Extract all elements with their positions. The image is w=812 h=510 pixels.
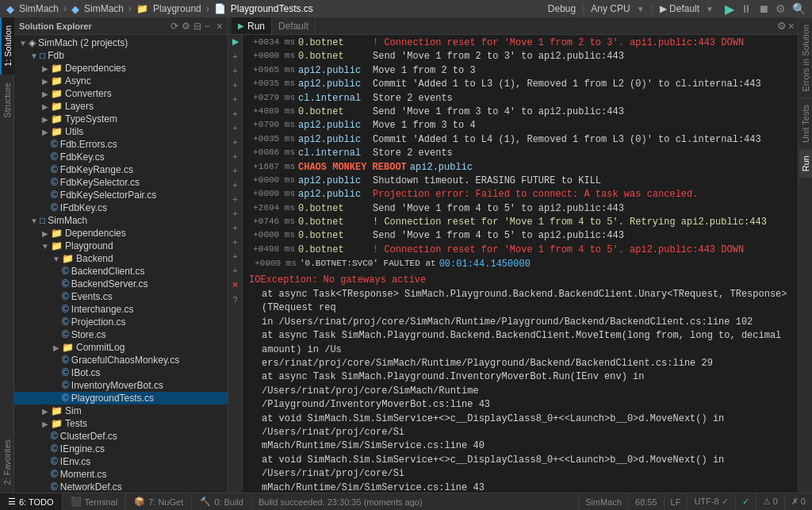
favorites-tab[interactable]: 2: Favorites — [1, 431, 13, 493]
tree-arrow-playground[interactable]: ▼ — [40, 242, 51, 251]
tree-item-fdbkeyselectorpair[interactable]: © FdbKeySelectorPair.cs — [14, 189, 228, 201]
solution-tab[interactable]: 1: Solution — [0, 17, 14, 75]
tree-arrow-deps1[interactable]: ▶ — [40, 64, 51, 73]
line-msg-15: Send 'Move 1 from 4 to 5' to api2.public… — [373, 229, 793, 243]
tree-arrow-backend[interactable]: ▼ — [51, 255, 62, 263]
bottom-tab-terminal[interactable]: ⬛ Terminal — [63, 493, 127, 510]
tree-arrow-simmach[interactable]: ▼ — [29, 217, 40, 225]
bottom-tab-build[interactable]: 🔨 0: Build — [192, 493, 252, 510]
project-label: SimMach — [578, 493, 628, 511]
tree-item-playground[interactable]: ▼ 📁 Playground — [14, 240, 228, 252]
tree-item-inventorymover[interactable]: © InventoryMoverBot.cs — [14, 379, 228, 392]
run-tab-run[interactable]: ▶ Run — [232, 17, 272, 34]
tree-item-gracefulchaos[interactable]: © GracefulChaosMonkey.cs — [14, 354, 228, 366]
panel-close-icon[interactable]: × — [216, 20, 223, 33]
bottom-tab-nuget[interactable]: 📦 7: NuGet — [126, 493, 192, 510]
tree-item-ienv[interactable]: © IEnv.cs — [14, 455, 228, 468]
tree-item-networkdef[interactable]: © NetworkDef.cs — [14, 481, 228, 493]
tree-item-backend[interactable]: ▼ 📁 Backend — [14, 252, 228, 265]
tree-item-playgroundtests[interactable]: © PlaygroundTests.cs — [14, 392, 228, 405]
tree-item-simmach[interactable]: ▼ □ SimMach — [14, 214, 228, 227]
tree-label-events: Events.cs — [71, 291, 113, 302]
stop-button[interactable]: ⏹ — [758, 2, 769, 15]
run-tabs: ▶ Run Default ⚙ × — [228, 17, 798, 35]
sync-icon[interactable]: ⟳ — [170, 21, 178, 32]
stack-trace-5: at async Task SimMach.Playground.Invento… — [246, 370, 795, 398]
collapse-icon[interactable]: − — [205, 21, 210, 32]
run-output[interactable]: +0034 ms 0.botnet ! Connection reset for… — [243, 35, 798, 493]
tree-label-simmach: SimMach — [48, 215, 87, 226]
search-icon[interactable]: 🔍 — [792, 2, 806, 15]
tree-item-moment[interactable]: © Moment.cs — [14, 468, 228, 481]
tree-item-backendserver[interactable]: © BackendServer.cs — [14, 278, 228, 290]
run-tab-default[interactable]: Default — [272, 17, 316, 34]
structure-tab[interactable]: Structure — [1, 75, 13, 126]
tree-item-tests[interactable]: ▶ 📁 Tests — [14, 417, 228, 430]
pause-button[interactable]: ⏸ — [741, 2, 752, 15]
filter-icon[interactable]: ⊟ — [193, 21, 201, 32]
tree-item-iengine[interactable]: © IEngine.cs — [14, 443, 228, 455]
tree-arrow-layers[interactable]: ▶ — [40, 102, 51, 111]
tree-arrow-utils[interactable]: ▶ — [40, 128, 51, 136]
line-msg-10: api2.public — [410, 161, 793, 174]
more-icon[interactable]: ⚙ — [776, 2, 786, 15]
gutter-plus-12: + — [232, 209, 237, 218]
stack-trace-6: /Playground/InventoryMoverBot.cs:line 43 — [246, 398, 795, 412]
tree-label-sim: Sim — [65, 405, 82, 416]
tree-item-solution[interactable]: ▼ ◈ SimMach (2 projects) — [14, 36, 228, 49]
tree-item-projection[interactable]: © Projection.cs — [14, 316, 228, 328]
tree-item-sim[interactable]: ▶ 📁 Sim — [14, 405, 228, 417]
tree-item-fdb-errors[interactable]: © Fdb.Errors.cs — [14, 138, 228, 151]
tree-arrow-typesystem[interactable]: ▶ — [40, 115, 51, 124]
errors-in-solution-tab[interactable]: Errors in Solution — [799, 17, 812, 98]
run-button[interactable]: ▶ — [725, 2, 734, 17]
backendserver-icon: © — [62, 278, 69, 290]
gracefulchaos-icon: © — [62, 355, 69, 366]
gutter-plus-13: + — [232, 223, 237, 232]
run-panel-close-icon[interactable]: × — [788, 20, 795, 33]
tree-label-solution: SimMach (2 projects) — [38, 37, 128, 48]
tree-arrow-deps2[interactable]: ▶ — [40, 229, 51, 238]
tree-arrow-commitlog[interactable]: ▶ — [51, 343, 62, 352]
tree-item-typesystem[interactable]: ▶ 📁 TypeSystem — [14, 113, 228, 125]
tree-item-converters[interactable]: ▶ 📁 Converters — [14, 87, 228, 100]
unit-tests-tab[interactable]: Unit Tests — [799, 98, 812, 149]
gutter-plus-1: + — [232, 52, 237, 61]
tree-item-layers[interactable]: ▶ 📁 Layers — [14, 100, 228, 113]
tree-arrow-sim[interactable]: ▶ — [40, 407, 51, 416]
line-ms-10: +1687 ms — [247, 161, 295, 174]
output-line-12: +0000 ms api2.public Projection error: F… — [246, 188, 795, 201]
tree-item-store[interactable]: © Store.cs — [14, 328, 228, 341]
tree-item-commitlog[interactable]: ▶ 📁 CommitLog — [14, 341, 228, 354]
settings-icon[interactable]: ⚙ — [182, 21, 190, 32]
tree-item-fdbkeyselector[interactable]: © FdbKeySelector.cs — [14, 176, 228, 189]
tree-item-ibot[interactable]: © IBot.cs — [14, 366, 228, 379]
tree-item-events[interactable]: © Events.cs — [14, 290, 228, 303]
tree-item-fdbkey[interactable]: © FdbKey.cs — [14, 151, 228, 163]
tree-arrow-converters[interactable]: ▶ — [40, 90, 51, 98]
gutter-plus-16: + — [232, 266, 237, 275]
run-sidebar-tab[interactable]: Run — [799, 149, 812, 178]
tree-item-utils[interactable]: ▶ 📁 Utils — [14, 125, 228, 138]
tree-arrow-solution[interactable]: ▼ — [17, 39, 29, 48]
line-source-17: '0.BOTNET:SVC0' FAULTED at — [300, 258, 436, 270]
line-ms-12: +0000 ms — [247, 188, 295, 201]
line-ms-7: +0790 ms — [247, 119, 295, 132]
tree-item-deps1[interactable]: ▶ 📁 Dependencies — [14, 62, 228, 75]
default-dropdown-icon[interactable]: ▼ — [706, 5, 714, 13]
bottom-tab-todo[interactable]: ☰ 6: TODO — [0, 493, 63, 510]
run-settings-icon[interactable]: ⚙ — [777, 20, 787, 32]
tree-item-deps2[interactable]: ▶ 📁 Dependencies — [14, 227, 228, 240]
cpu-dropdown-icon[interactable]: ▼ — [637, 5, 645, 13]
tree-item-backendclient[interactable]: © BackendClient.cs — [14, 265, 228, 278]
tree-item-clusterdef[interactable]: © ClusterDef.cs — [14, 430, 228, 443]
tree-arrow-tests[interactable]: ▶ — [40, 420, 51, 428]
tests-icon: 📁 — [51, 418, 63, 429]
tree-arrow-fdb[interactable]: ▼ — [29, 52, 40, 60]
tree-arrow-async[interactable]: ▶ — [40, 77, 51, 86]
tree-item-ifdbkey[interactable]: © IFdbKey.cs — [14, 201, 228, 214]
tree-item-fdbkeyrange[interactable]: © FdbKeyRange.cs — [14, 163, 228, 176]
tree-item-fdb[interactable]: ▼ □ Fdb — [14, 49, 228, 62]
tree-item-async[interactable]: ▶ 📁 Async — [14, 75, 228, 87]
tree-item-interchange[interactable]: © Interchange.cs — [14, 303, 228, 316]
